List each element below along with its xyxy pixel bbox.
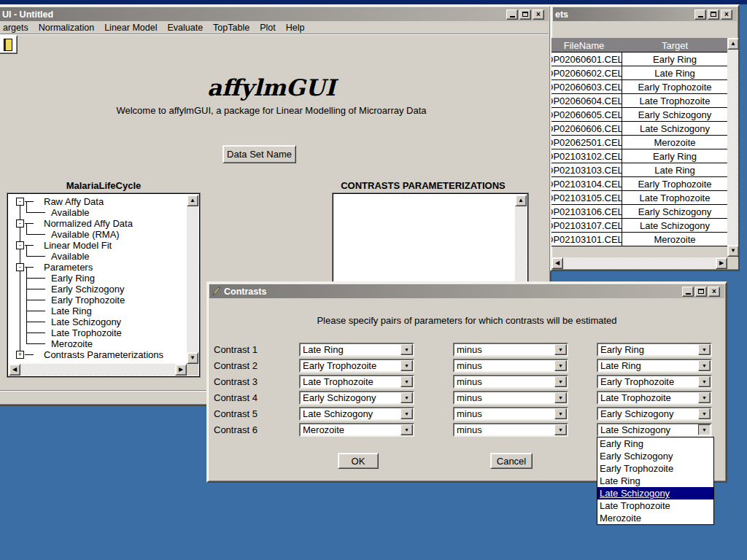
contrast-right-combobox[interactable]: Early Schizogony ▼ [597, 407, 712, 421]
filename-cell[interactable]: DP02062501.CEL [550, 136, 622, 149]
scroll-up-icon[interactable]: ▲ [515, 195, 527, 206]
target-cell[interactable]: Merozoite [622, 233, 728, 246]
chevron-down-icon[interactable]: ▼ [698, 424, 711, 435]
dropdown-option[interactable]: Late Trophozoite [597, 499, 713, 512]
table-row[interactable]: DP02103102.CEL Early Ring [550, 149, 728, 163]
contrast-right-combobox[interactable]: Early Trophozoite ▼ [597, 375, 712, 389]
contrast-operator-combobox[interactable]: minus ▼ [453, 391, 568, 405]
filename-cell[interactable]: DP02060603.CEL [550, 80, 622, 94]
target-cell[interactable]: Late Schizogony [622, 219, 728, 233]
chevron-down-icon[interactable]: ▼ [554, 408, 567, 419]
maximize-button[interactable] [519, 9, 531, 20]
filename-cell[interactable]: DP02103102.CEL [550, 149, 622, 163]
contrast-right-combobox[interactable]: Early Ring ▼ [597, 343, 712, 357]
menu-item[interactable]: Linear Model [104, 23, 157, 33]
scrollbar-track[interactable] [187, 206, 198, 352]
contrasts-dialog-titlebar[interactable]: Contrasts × [209, 284, 724, 298]
expand-icon[interactable]: + [16, 351, 24, 359]
maximize-button[interactable] [695, 287, 707, 297]
dataset-name-button[interactable]: Data Set Name [222, 145, 296, 163]
contrast-right-combobox[interactable]: Late Ring ▼ [597, 359, 712, 373]
chevron-down-icon[interactable]: ▼ [554, 392, 567, 403]
table-row[interactable]: DP02060603.CEL Early Trophozoite [550, 80, 728, 94]
tree-leaf-label[interactable]: Early Schizogony [51, 284, 124, 295]
dropdown-option[interactable]: Late Schizogony [597, 487, 713, 499]
contrast-left-combobox[interactable]: Early Schizogony ▼ [299, 391, 414, 405]
target-cell[interactable]: Early Ring [622, 149, 728, 163]
scroll-left-icon[interactable]: ◀ [551, 257, 563, 269]
tree-node-label[interactable]: Parameters [44, 262, 93, 273]
menu-item[interactable]: Evaluate [167, 23, 203, 33]
scroll-right-icon[interactable]: ▶ [716, 257, 727, 269]
close-button[interactable]: × [533, 9, 544, 20]
toolbar-new-button[interactable] [0, 35, 18, 54]
chevron-down-icon[interactable]: ▼ [554, 376, 567, 387]
tree-leaf-label[interactable]: Merozoite [51, 338, 93, 349]
targets-vertical-scrollbar[interactable]: ▲ ▼ [727, 38, 739, 257]
menu-item[interactable]: Normalization [39, 23, 94, 33]
tree-leaf-label[interactable]: Available [51, 207, 90, 218]
tree-leaf-label[interactable]: Late Ring [51, 306, 92, 316]
filename-cell[interactable]: DP02103101.CEL [550, 233, 622, 246]
collapse-icon[interactable]: - [16, 219, 24, 228]
table-row[interactable]: DP02103104.CEL Early Trophozoite [550, 177, 728, 191]
targets-horizontal-scrollbar[interactable]: ◀ ▶ [551, 257, 727, 269]
scrollbar-track[interactable] [20, 364, 175, 376]
filename-cell[interactable]: DP02060604.CEL [550, 94, 622, 108]
main-window-titlebar[interactable]: UI - Untitled × [0, 7, 549, 21]
scroll-up-icon[interactable]: ▲ [187, 195, 198, 206]
contrast-operator-combobox[interactable]: minus ▼ [453, 343, 568, 357]
dropdown-option[interactable]: Early Ring [597, 438, 713, 450]
tree-leaf[interactable]: Merozoite [9, 338, 186, 349]
filename-cell[interactable]: DP02103104.CEL [550, 177, 622, 191]
filename-cell[interactable]: DP02060606.CEL [550, 122, 622, 136]
tree-leaf-label[interactable]: Late Trophozoite [51, 327, 122, 338]
contrast-operator-combobox[interactable]: minus ▼ [453, 407, 568, 421]
tree-node-label[interactable]: Contrasts Parameterizations [44, 349, 163, 360]
menu-item[interactable]: Help [286, 23, 305, 33]
target-cell[interactable]: Merozoite [622, 136, 728, 149]
dropdown-option[interactable]: Early Schizogony [597, 450, 713, 462]
tree-leaf-label[interactable]: Early Ring [51, 273, 95, 284]
chevron-down-icon[interactable]: ▼ [400, 392, 413, 403]
filename-cell[interactable]: DP02103105.CEL [550, 191, 622, 205]
target-cell[interactable]: Early Trophozoite [622, 177, 728, 191]
contrast-left-combobox[interactable]: Merozoite ▼ [299, 423, 414, 437]
close-button[interactable]: × [721, 9, 732, 20]
table-row[interactable]: DP02103105.CEL Late Trophozoite [550, 191, 728, 205]
chevron-down-icon[interactable]: ▼ [400, 376, 413, 387]
scroll-down-icon[interactable]: ▼ [187, 352, 198, 364]
chevron-down-icon[interactable]: ▼ [554, 360, 567, 371]
contrast-left-combobox[interactable]: Late Trophozoite ▼ [299, 375, 414, 389]
tree-horizontal-scrollbar[interactable]: ◀ ▶ [9, 364, 187, 376]
table-row[interactable]: DP02060602.CEL Late Ring [550, 66, 728, 80]
dropdown-option[interactable]: Merozoite [597, 512, 713, 524]
tree-node-label[interactable]: Linear Model Fit [44, 240, 112, 251]
table-row[interactable]: DP02060601.CEL Early Ring [550, 52, 728, 66]
filename-cell[interactable]: DP02060602.CEL [550, 66, 622, 80]
target-cell[interactable]: Late Trophozoite [622, 94, 728, 108]
table-row[interactable]: DP02103107.CEL Late Schizogony [550, 219, 728, 233]
close-button[interactable]: × [708, 287, 720, 297]
table-row[interactable]: DP02060605.CEL Early Schizogony [550, 108, 728, 122]
maximize-button[interactable] [708, 9, 719, 20]
tree-leaf[interactable]: Available [9, 207, 186, 218]
filename-cell[interactable]: DP02103107.CEL [550, 219, 622, 233]
tree-leaf[interactable]: Available [9, 251, 186, 262]
scrollbar-track[interactable] [563, 257, 716, 269]
tree-node-label[interactable]: Normalized Affy Data [44, 218, 133, 229]
contrast-operator-combobox[interactable]: minus ▼ [453, 359, 568, 373]
collapse-icon[interactable]: - [16, 241, 24, 249]
chevron-down-icon[interactable]: ▼ [554, 424, 567, 435]
table-row[interactable]: DP02062501.CEL Merozoite [550, 136, 728, 149]
ok-button[interactable]: OK [338, 453, 379, 469]
scroll-left-icon[interactable]: ◀ [9, 364, 20, 376]
cancel-button[interactable]: Cancel [490, 453, 533, 469]
tree-leaf[interactable]: Available (RMA) [9, 229, 186, 240]
target-cell[interactable]: Late Ring [622, 163, 728, 177]
filename-cell[interactable]: DP02103103.CEL [550, 163, 622, 177]
scroll-up-icon[interactable]: ▲ [727, 38, 739, 50]
menu-item[interactable]: TopTable [213, 23, 249, 33]
tree-node-contrasts-parameterizations[interactable]: + Contrasts Parameterizations [9, 349, 186, 360]
target-cell[interactable]: Late Ring [622, 66, 728, 80]
